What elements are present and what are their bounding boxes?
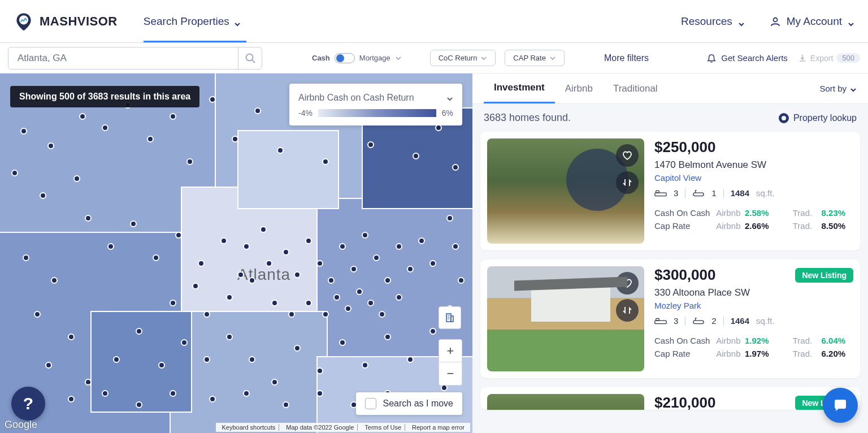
map-building-button[interactable]	[439, 306, 461, 329]
svg-rect-5	[451, 316, 453, 322]
chat-icon	[832, 397, 849, 414]
svg-point-2	[246, 54, 253, 60]
legend-min: -4%	[298, 109, 313, 118]
favorite-button[interactable]	[616, 272, 639, 295]
listing-address: 330 Altoona Place SW	[654, 287, 853, 298]
more-filters[interactable]: More filters	[604, 53, 649, 63]
map-terms[interactable]: Terms of Use	[361, 424, 405, 431]
search-input[interactable]	[8, 53, 238, 64]
coc-airbnb-value: 1.92%	[745, 336, 776, 345]
cap-trad-value: 6.20%	[822, 349, 853, 358]
chevron-down-icon	[848, 18, 854, 25]
bed-icon	[654, 317, 667, 326]
cap-trad-value: 8.50%	[822, 221, 853, 231]
topnav: MASHVISOR Search Properties Resources My…	[0, 0, 868, 43]
search-button[interactable]	[238, 47, 262, 69]
svg-rect-10	[656, 190, 659, 193]
filter-bar: Cash Mortgage CoC Return CAP Rate More f…	[0, 43, 868, 73]
listing-address: 1470 Belmont Avenue SW	[654, 159, 853, 171]
chevron-down-icon[interactable]	[446, 94, 453, 101]
tab-investment[interactable]: Investment	[484, 73, 555, 103]
tabs-row: Investment Airbnb Traditional Sort by	[472, 73, 868, 104]
map-legend[interactable]: Airbnb Cash on Cash Return -4% 6%	[289, 84, 462, 125]
airbnb-src: Airbnb	[716, 208, 745, 218]
listing-card[interactable]: $250,000 1470 Belmont Avenue SW Capitol …	[480, 132, 860, 250]
cap-airbnb-value: 2.66%	[745, 221, 776, 231]
nav-search-properties[interactable]: Search Properties	[144, 2, 241, 41]
logo-icon	[14, 11, 34, 32]
listing-card[interactable]: $210,000 New Listing	[480, 387, 860, 410]
sort-by[interactable]: Sort by	[819, 84, 857, 93]
coc-trad-value: 6.04%	[822, 336, 853, 345]
coc-return-filter[interactable]: CoC Return	[430, 50, 496, 66]
map-background	[0, 73, 472, 433]
map-zoom-group: + −	[439, 339, 462, 386]
airbnb-src: Airbnb	[716, 221, 745, 231]
bath-icon	[692, 189, 705, 198]
compare-button[interactable]	[616, 299, 639, 322]
logo[interactable]: MASHVISOR	[14, 11, 118, 32]
export-button[interactable]: Export 500	[798, 53, 860, 63]
export-label: Export	[810, 54, 833, 63]
legend-title-row: Airbnb Cash on Cash Return	[298, 89, 453, 109]
chevron-down-icon	[234, 18, 241, 25]
listing-thumb[interactable]	[487, 138, 644, 244]
toggle-icon	[335, 53, 355, 63]
checkbox-icon[interactable]	[365, 398, 376, 409]
cap-airbnb-value: 1.97%	[745, 349, 776, 358]
alerts-label: Get Search Alerts	[721, 53, 788, 63]
chat-button[interactable]	[823, 388, 858, 423]
building-icon	[444, 312, 455, 323]
compare-button[interactable]	[616, 171, 639, 194]
svg-rect-13	[656, 318, 659, 321]
nav-my-account[interactable]: My Account	[770, 15, 854, 28]
sort-label: Sort by	[819, 84, 847, 93]
user-icon	[770, 16, 781, 27]
coc-trad-value: 8.23%	[822, 208, 853, 218]
radio-on-icon	[779, 113, 789, 123]
sqft-label: sq.ft.	[756, 188, 775, 198]
beds-value: 3	[674, 188, 678, 198]
sqft-value: 1464	[731, 316, 749, 326]
coc-airbnb-value: 2.58%	[745, 208, 776, 218]
listing-card[interactable]: $300,000 New Listing 330 Altoona Place S…	[480, 259, 860, 378]
payment-toggle[interactable]: Cash Mortgage	[312, 53, 402, 63]
property-lookup[interactable]: Property lookup	[779, 113, 857, 123]
listing-neighborhood[interactable]: Mozley Park	[654, 301, 853, 310]
nav-resources[interactable]: Resources	[681, 15, 745, 28]
favorite-button[interactable]	[616, 144, 639, 167]
svg-rect-14	[693, 321, 704, 324]
listing-thumb[interactable]	[487, 394, 644, 410]
trad-src: Trad.	[793, 349, 822, 358]
airbnb-src: Airbnb	[716, 336, 745, 345]
listing-thumb[interactable]	[487, 266, 644, 371]
tab-traditional[interactable]: Traditional	[603, 73, 668, 103]
tab-airbnb[interactable]: Airbnb	[555, 73, 603, 103]
coc-label: Cash On Cash	[654, 336, 716, 345]
compare-icon	[622, 177, 633, 188]
baths-value: 1	[711, 188, 716, 198]
cap-rate-filter[interactable]: CAP Rate	[505, 50, 565, 66]
new-listing-badge: New Listing	[795, 268, 853, 283]
search-input-wrap	[8, 47, 262, 70]
coc-label: CoC Return	[439, 54, 478, 62]
help-button[interactable]: ?	[11, 387, 45, 421]
map-pane[interactable]: Atlanta // defer dots via JS after body …	[0, 73, 472, 433]
bell-icon	[706, 53, 717, 63]
chevron-down-icon	[480, 55, 487, 62]
google-logo: Google	[5, 419, 37, 431]
search-as-move[interactable]: Search as I move	[356, 392, 463, 415]
map-report[interactable]: Report a map error	[409, 424, 468, 431]
trad-src: Trad.	[793, 221, 822, 231]
zoom-out-button[interactable]: −	[439, 362, 462, 385]
listing-price: $250,000	[654, 138, 715, 156]
zoom-in-button[interactable]: +	[439, 340, 462, 362]
listing-price: $300,000	[654, 266, 715, 284]
main: Atlanta // defer dots via JS after body …	[0, 73, 868, 433]
listing-metrics: Cash On Cash Airbnb 1.92% Trad. 6.04% Ca…	[654, 336, 853, 358]
map-shortcuts[interactable]: Keyboard shortcuts	[218, 424, 279, 431]
listing-neighborhood[interactable]: Capitol View	[654, 173, 853, 183]
nav-right: Resources My Account	[681, 15, 854, 28]
search-alerts-button[interactable]: Get Search Alerts	[706, 53, 788, 63]
listing-features: 3 1 1484 sq.ft.	[654, 188, 853, 198]
